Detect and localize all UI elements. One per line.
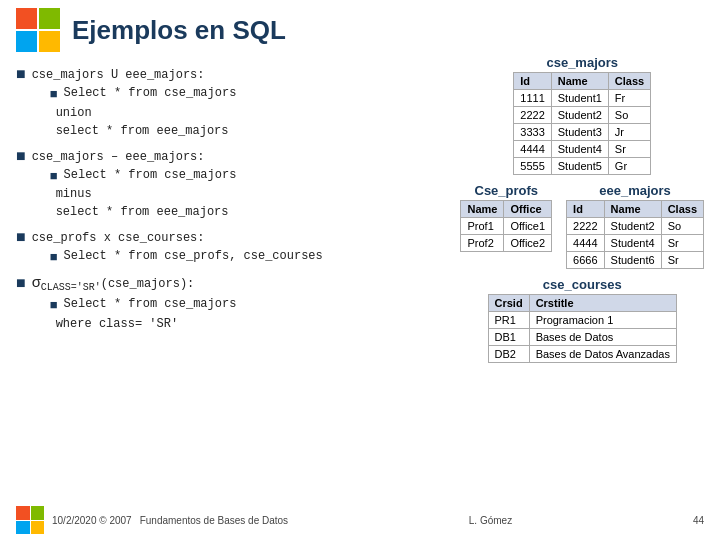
page-title: Ejemplos en SQL	[72, 15, 286, 46]
col-office: Office	[504, 201, 552, 218]
header: Ejemplos en SQL	[0, 0, 720, 60]
cse-majors-table: Id Name Class 1111Student1Fr 2222Student…	[513, 72, 651, 175]
minus-text: minus	[56, 185, 237, 203]
sub-item: ■ Select * from cse_profs, cse_courses	[50, 247, 323, 267]
cse-majors-label: cse_majors	[546, 55, 618, 70]
eee-majors-table: Id Name Class 2222Student2So 4444Student…	[566, 200, 704, 269]
footer-date: 10/2/2020 © 2007	[52, 515, 132, 526]
item1-text: cse_majors U eee_majors:	[32, 68, 205, 82]
bullet-icon: ■	[16, 65, 26, 83]
where-text: where class= 'SR'	[56, 315, 237, 333]
table-row: 4444Student4Sr	[514, 141, 651, 158]
col-id: Id	[567, 201, 604, 218]
right-panel: cse_majors Id Name Class 1111Student1Fr …	[460, 55, 704, 363]
eee-majors-label: eee_majors	[599, 183, 671, 198]
bullet-icon: ■	[16, 228, 26, 246]
footer-author: L. Gómez	[469, 515, 512, 526]
table-row: 1111Student1Fr	[514, 90, 651, 107]
footer-course: Fundamentos de Bases de Datos	[140, 515, 288, 526]
cse-courses-label: cse_courses	[543, 277, 622, 292]
col-name: Name	[604, 201, 661, 218]
table-row: DB2Bases de Datos Avanzadas	[488, 346, 676, 363]
bullet-icon: ■	[16, 274, 26, 292]
middle-tables-row: Cse_profs Name Office Prof1Office1 Prof2…	[460, 183, 704, 269]
table-row: DB1Bases de Datos	[488, 329, 676, 346]
bullet-icon: ■	[16, 147, 26, 165]
cse-profs-label: Cse_profs	[475, 183, 539, 198]
col-crstitle: Crstitle	[529, 295, 676, 312]
select-eee-text2: select * from eee_majors	[56, 203, 237, 221]
col-name: Name	[551, 73, 608, 90]
footer-ms-logo	[16, 506, 44, 534]
table-row: 2222Student2So	[567, 218, 704, 235]
col-name: Name	[461, 201, 504, 218]
table-row: 5555Student5Gr	[514, 158, 651, 175]
table-row: 3333Student3Jr	[514, 124, 651, 141]
col-id: Id	[514, 73, 551, 90]
select-eee-text: select * from eee_majors	[56, 122, 237, 140]
col-class: Class	[608, 73, 650, 90]
cse-majors-block: cse_majors Id Name Class 1111Student1Fr …	[460, 55, 704, 175]
table-row: 6666Student6Sr	[567, 252, 704, 269]
col-crsid: Crsid	[488, 295, 529, 312]
footer-page: 44	[693, 515, 704, 526]
table-row: Prof1Office1	[461, 218, 552, 235]
union-text: union	[56, 104, 237, 122]
table-row: Prof2Office2	[461, 235, 552, 252]
footer: 10/2/2020 © 2007 Fundamentos de Bases de…	[0, 506, 720, 534]
eee-majors-block: eee_majors Id Name Class 2222Student2So …	[566, 183, 704, 269]
cse-courses-table: Crsid Crstitle PR1Programacion 1 DB1Base…	[488, 294, 677, 363]
col-class: Class	[661, 201, 703, 218]
table-row: PR1Programacion 1	[488, 312, 676, 329]
cse-courses-block: cse_courses Crsid Crstitle PR1Programaci…	[460, 277, 704, 363]
sub-item: ■ Select * from cse_majors	[50, 295, 237, 315]
table-row: 2222Student2So	[514, 107, 651, 124]
item4-text: σCLASS='SR'(cse_majors):	[32, 277, 195, 291]
sub-item: ■ Select * from cse_majors	[50, 84, 237, 104]
ms-logo	[16, 8, 60, 52]
table-row: 4444Student4Sr	[567, 235, 704, 252]
sub-item: ■ Select * from cse_majors	[50, 166, 237, 186]
item3-text: cse_profs x cse_courses:	[32, 231, 205, 245]
cse-profs-block: Cse_profs Name Office Prof1Office1 Prof2…	[460, 183, 552, 252]
item2-text: cse_majors – eee_majors:	[32, 150, 205, 164]
cse-profs-table: Name Office Prof1Office1 Prof2Office2	[460, 200, 552, 252]
